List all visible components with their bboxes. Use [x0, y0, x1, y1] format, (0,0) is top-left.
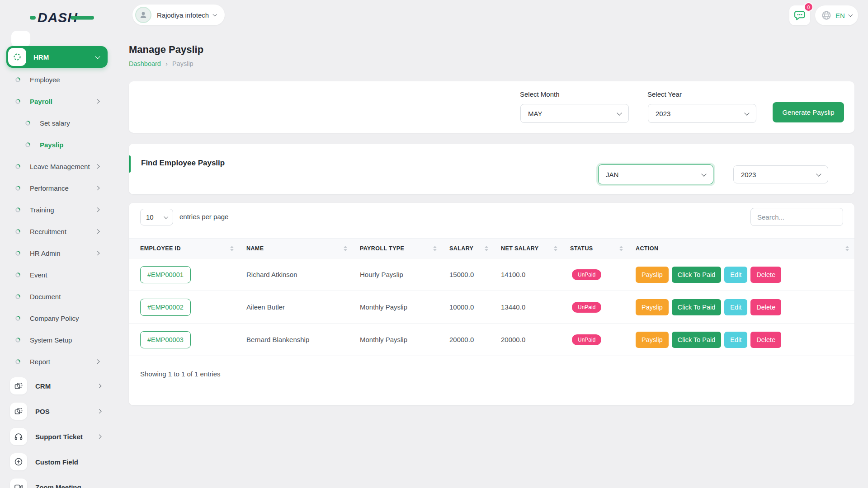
sidebar-item-company-policy[interactable]: Company Policy [0, 307, 118, 329]
sidebar-item-recruitment[interactable]: Recruitment [0, 221, 118, 242]
find-year-select[interactable]: 2023 [733, 165, 828, 183]
employee-id-cell: #EMP00001 [140, 266, 246, 283]
main-content: Manage Payslip Dashboard › Payslip Selec… [129, 0, 854, 488]
sidebar-item-training[interactable]: Training [0, 199, 118, 221]
chevron-down-icon [744, 110, 749, 115]
sort-icon[interactable] [344, 246, 347, 251]
month-select[interactable]: MAY [520, 104, 629, 123]
ring-icon [15, 207, 20, 212]
sort-icon[interactable] [619, 246, 623, 251]
column-header-name[interactable]: NAME [246, 245, 360, 252]
column-header-employee-id[interactable]: EMPLOYEE ID [140, 245, 246, 252]
page-title: Manage Payslip [129, 44, 203, 56]
chevron-right-icon [95, 251, 99, 255]
sidebar-item-label: Company Policy [30, 314, 99, 322]
ring-icon [15, 77, 20, 82]
ring-icon [15, 294, 20, 299]
sort-icon[interactable] [554, 246, 557, 251]
sidebar-group-label: HRM [33, 53, 96, 61]
employee-id-cell: #EMP00003 [140, 331, 246, 348]
click-to-paid-button[interactable]: Click To Paid [672, 267, 722, 283]
edit-button[interactable]: Edit [724, 299, 747, 315]
sidebar-item-event[interactable]: Event [0, 264, 118, 286]
headphones-icon [10, 428, 27, 445]
sidebar-item-label: Set salary [40, 119, 99, 127]
name-cell: Bernard Blankenship [246, 336, 360, 343]
name-cell: Aileen Butler [246, 303, 360, 311]
sort-icon[interactable] [845, 246, 849, 251]
sidebar-item-support-ticket[interactable]: Support Ticket [0, 424, 118, 449]
generate-payslip-card: Select Month MAY Select Year 2023 Genera… [129, 81, 854, 133]
generate-payslip-button[interactable]: Generate Payslip [773, 102, 844, 122]
find-month-select[interactable]: JAN [598, 164, 713, 184]
chevron-right-icon [95, 359, 99, 363]
sidebar-item-label: Performance [30, 184, 96, 192]
ring-icon [15, 229, 20, 234]
column-header-status[interactable]: STATUS [570, 245, 636, 252]
chevron-right-icon [95, 186, 99, 190]
sidebar-item-leave-management[interactable]: Leave Management [0, 155, 118, 177]
status-cell: UnPaid [570, 302, 636, 313]
payslip-button[interactable]: Payslip [636, 267, 669, 283]
sidebar-item-set-salary[interactable]: Set salary [0, 112, 118, 134]
column-header-net-salary[interactable]: NET SALARY [501, 245, 570, 252]
payslip-button[interactable]: Payslip [636, 332, 669, 348]
table-row: #EMP00003 Bernard Blankenship Monthly Pa… [129, 324, 854, 356]
column-header-payroll-type[interactable]: PAYROLL TYPE [360, 245, 449, 252]
delete-button[interactable]: Delete [750, 267, 781, 283]
sidebar-item-report[interactable]: Report [0, 351, 118, 372]
hrm-icon [8, 48, 26, 66]
column-header-salary[interactable]: SALARY [449, 245, 501, 252]
search-input[interactable] [750, 208, 843, 226]
sidebar-item-employee[interactable]: Employee [0, 69, 118, 90]
sidebar-item-label: Employee [30, 76, 99, 84]
sidebar-item-label: System Setup [30, 336, 99, 344]
sort-icon[interactable] [230, 246, 234, 251]
sidebar-item-crm[interactable]: CRM [0, 373, 118, 399]
year-select[interactable]: 2023 [648, 104, 756, 123]
breadcrumb-dashboard-link[interactable]: Dashboard [129, 60, 161, 67]
click-to-paid-button[interactable]: Click To Paid [672, 332, 722, 348]
status-badge: UnPaid [572, 302, 601, 313]
sidebar-item-label: Zoom Meeting [35, 483, 100, 488]
sort-icon[interactable] [433, 246, 437, 251]
click-to-paid-button[interactable]: Click To Paid [672, 299, 722, 315]
edit-button[interactable]: Edit [724, 332, 747, 348]
edit-button[interactable]: Edit [724, 267, 747, 283]
delete-button[interactable]: Delete [750, 299, 781, 315]
sidebar-item-custom-field[interactable]: Custom Field [0, 449, 118, 474]
status-cell: UnPaid [570, 269, 636, 280]
table-row: #EMP00002 Aileen Butler Monthly Payslip … [129, 291, 854, 324]
find-year-select-value: 2023 [741, 171, 756, 178]
sidebar-item-label: Report [30, 358, 96, 366]
employee-id-badge[interactable]: #EMP00003 [140, 331, 191, 348]
chevron-right-icon [95, 99, 99, 103]
column-header-action[interactable]: ACTION [636, 245, 854, 252]
sidebar-item-label: Training [30, 206, 96, 214]
sidebar-item-document[interactable]: Document [0, 286, 118, 307]
delete-button[interactable]: Delete [750, 332, 781, 348]
sidebar-item-pos[interactable]: POS [0, 399, 118, 424]
page-size-select[interactable]: 10 [140, 209, 173, 225]
sidebar-group-hrm[interactable]: HRM [6, 46, 108, 68]
month-select-value: MAY [528, 110, 542, 117]
payroll-type-cell: Monthly Payslip [360, 303, 449, 311]
sidebar-item-zoom-meeting[interactable]: Zoom Meeting [0, 474, 118, 488]
net-salary-cell: 14100.0 [501, 271, 570, 278]
status-badge: UnPaid [572, 334, 601, 345]
sidebar-item-payroll[interactable]: Payroll [0, 90, 118, 112]
employee-id-badge[interactable]: #EMP00002 [140, 299, 191, 316]
salary-cell: 10000.0 [449, 303, 501, 311]
sort-icon[interactable] [485, 246, 488, 251]
sidebar-item-label: Event [30, 271, 99, 279]
sidebar-item-performance[interactable]: Performance [0, 177, 118, 199]
ring-icon [15, 251, 20, 256]
sidebar-item-system-setup[interactable]: System Setup [0, 329, 118, 351]
payslip-button[interactable]: Payslip [636, 299, 669, 315]
status-cell: UnPaid [570, 334, 636, 345]
sidebar-item-hr-admin[interactable]: HR Admin [0, 242, 118, 264]
employee-id-badge[interactable]: #EMP00001 [140, 266, 191, 283]
hrm-menu: Employee Payroll Set salary Payslip Leav… [0, 69, 118, 372]
sidebar-item-payslip[interactable]: Payslip [0, 134, 118, 155]
ring-icon [25, 121, 30, 126]
